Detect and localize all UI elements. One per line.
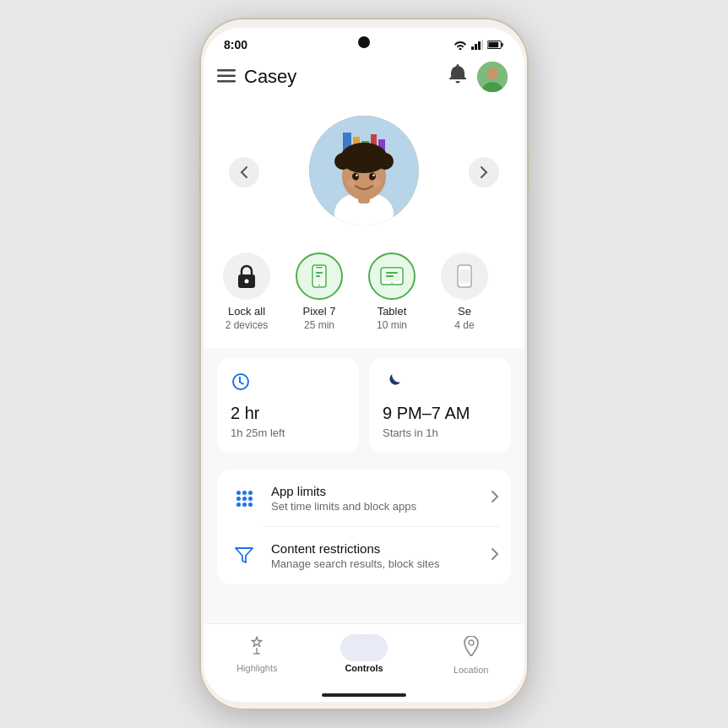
camera-notch xyxy=(358,36,370,48)
location-icon xyxy=(463,636,480,661)
controls-icon xyxy=(354,636,374,660)
child-avatar xyxy=(309,116,419,225)
lock-all-icon xyxy=(223,253,270,300)
bottom-nav: Highlights Controls xyxy=(204,623,524,693)
hamburger-icon[interactable] xyxy=(217,68,236,87)
time-cards: 2 hr 1h 25m left 9 PM–7 AM Starts in 1h xyxy=(204,348,524,463)
svg-point-30 xyxy=(372,178,381,187)
content-restrictions-icon xyxy=(229,541,259,571)
svg-rect-6 xyxy=(488,42,498,47)
svg-rect-37 xyxy=(316,272,323,274)
svg-rect-8 xyxy=(217,74,236,77)
top-bar-right xyxy=(448,62,508,92)
highlights-icon xyxy=(247,636,266,660)
volume-down-btn xyxy=(199,170,200,195)
prev-child-button[interactable] xyxy=(229,157,259,187)
svg-point-41 xyxy=(391,282,393,284)
device-strip: Lock all 2 devices Pixel xyxy=(204,246,524,348)
power-btn xyxy=(528,153,529,191)
svg-rect-38 xyxy=(316,275,320,277)
child-photo xyxy=(309,116,419,225)
device-item-pixel7[interactable]: Pixel 7 25 min xyxy=(290,253,349,331)
avatar[interactable] xyxy=(477,62,508,92)
app-top-bar: Casey xyxy=(204,55,524,99)
volume-up-btn xyxy=(199,136,200,161)
svg-point-27 xyxy=(356,174,357,176)
menu-section: App limits Set time limits and block app… xyxy=(217,470,511,584)
content-restrictions-item[interactable]: Content restrictions Manage search resul… xyxy=(217,527,511,584)
bedtime-sub: Starts in 1h xyxy=(383,426,497,439)
nav-highlights[interactable]: Highlights xyxy=(204,631,311,680)
phone-screen: 8:00 xyxy=(204,28,524,702)
content-restrictions-chevron xyxy=(491,547,499,564)
lock-all-label: Lock all xyxy=(228,305,265,318)
device-item-se[interactable]: Se 4 de xyxy=(435,253,494,331)
bell-icon[interactable] xyxy=(448,64,467,90)
bedtime-main: 9 PM–7 AM xyxy=(383,404,497,423)
status-icons xyxy=(454,40,504,50)
content-restrictions-text: Content restrictions Manage search resul… xyxy=(271,541,479,570)
se-sub: 4 de xyxy=(454,319,474,331)
svg-point-32 xyxy=(245,280,249,284)
content-restrictions-subtitle: Manage search results, block sites xyxy=(271,557,479,570)
bottom-spacer xyxy=(204,591,524,601)
scroll-area: Lock all 2 devices Pixel xyxy=(204,99,524,623)
se-label: Se xyxy=(458,305,471,318)
svg-point-51 xyxy=(359,638,363,643)
nav-location[interactable]: Location xyxy=(417,631,524,680)
svg-point-54 xyxy=(469,640,474,645)
signal-icon xyxy=(471,40,483,50)
location-label: Location xyxy=(454,665,489,675)
svg-rect-2 xyxy=(478,41,481,50)
home-indicator xyxy=(204,693,524,702)
svg-rect-3 xyxy=(481,40,483,50)
app-limits-item[interactable]: App limits Set time limits and block app… xyxy=(217,470,511,527)
svg-rect-0 xyxy=(471,46,474,50)
screen-time-card[interactable]: 2 hr 1h 25m left xyxy=(217,358,359,453)
svg-rect-43 xyxy=(386,275,394,277)
app-limits-chevron xyxy=(491,490,499,507)
app-limits-icon xyxy=(229,483,259,513)
svg-rect-5 xyxy=(502,43,503,47)
tablet-sub: 10 min xyxy=(377,319,407,331)
lock-all-sub: 2 devices xyxy=(225,319,269,331)
home-bar[interactable] xyxy=(322,693,406,697)
svg-rect-7 xyxy=(217,69,236,72)
svg-point-53 xyxy=(359,649,363,653)
content-restrictions-title: Content restrictions xyxy=(271,541,479,556)
device-item-lock-all[interactable]: Lock all 2 devices xyxy=(217,253,276,331)
svg-rect-42 xyxy=(386,272,398,274)
highlights-label: Highlights xyxy=(236,663,277,673)
pixel7-label: Pixel 7 xyxy=(302,305,335,318)
status-bar: 8:00 xyxy=(204,28,524,55)
profile-section xyxy=(204,99,524,246)
battery-icon xyxy=(487,40,504,50)
app-limits-subtitle: Set time limits and block apps xyxy=(271,500,479,513)
screen-time-main: 2 hr xyxy=(231,404,345,423)
pixel7-sub: 25 min xyxy=(304,319,334,331)
app-limits-title: App limits xyxy=(271,484,479,498)
screen-time-icon xyxy=(231,372,345,397)
svg-point-35 xyxy=(318,285,320,286)
se-icon xyxy=(441,253,488,300)
svg-point-24 xyxy=(340,143,388,173)
svg-rect-1 xyxy=(475,44,477,50)
svg-point-11 xyxy=(486,68,498,79)
page-title: Casey xyxy=(244,66,296,88)
next-child-button[interactable] xyxy=(469,157,499,187)
phone-frame: 8:00 xyxy=(199,18,529,710)
svg-rect-34 xyxy=(316,267,323,269)
tablet-icon xyxy=(368,253,416,300)
device-item-tablet[interactable]: Tablet 10 min xyxy=(362,253,421,331)
status-time: 8:00 xyxy=(224,38,247,52)
svg-rect-45 xyxy=(459,269,470,283)
svg-point-52 xyxy=(366,644,370,648)
bedtime-card[interactable]: 9 PM–7 AM Starts in 1h xyxy=(369,358,511,453)
nav-controls[interactable]: Controls xyxy=(311,631,418,680)
controls-label: Controls xyxy=(345,663,383,673)
wifi-icon xyxy=(454,40,467,50)
svg-point-29 xyxy=(347,178,356,187)
pixel7-icon xyxy=(296,253,343,300)
app-limits-text: App limits Set time limits and block app… xyxy=(271,484,479,513)
top-bar-left: Casey xyxy=(217,66,296,88)
